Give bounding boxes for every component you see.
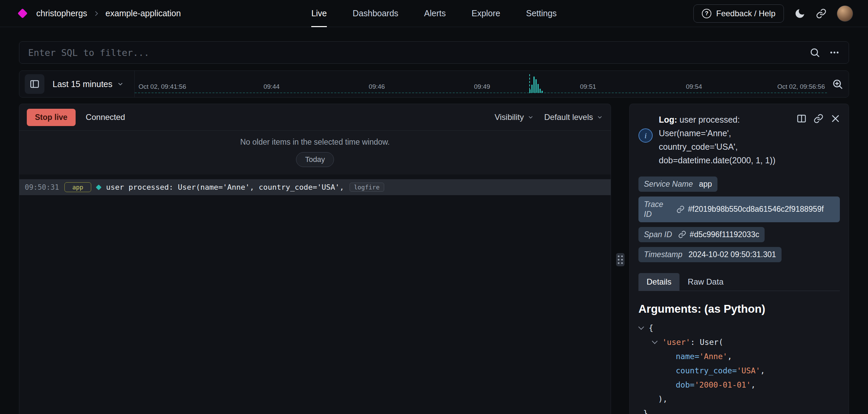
breadcrumb-project[interactable]: example-application xyxy=(105,8,181,18)
time-range-bar: Last 15 minutes Oct 02, 09:41:56 09:44 0… xyxy=(19,70,849,98)
tab-alerts[interactable]: Alerts xyxy=(424,0,446,27)
search-button[interactable] xyxy=(809,47,820,58)
arguments-mode-text: (as Python) xyxy=(704,303,765,315)
details-actions xyxy=(796,113,841,124)
today-button[interactable]: Today xyxy=(296,152,334,167)
timestamp-attribute: Timestamp 2024-10-02 09:50:31.301 xyxy=(638,247,782,262)
tab-settings-label: Settings xyxy=(526,8,557,18)
code-line: { xyxy=(638,321,840,335)
collapse-caret-icon[interactable] xyxy=(652,338,658,344)
span-id-attribute[interactable]: Span ID #d5c996f11192033c xyxy=(638,227,765,242)
time-range-label: Last 15 minutes xyxy=(53,79,113,89)
link-icon xyxy=(813,113,824,124)
feedback-help-label: Feedback / Help xyxy=(716,9,775,18)
copy-link-button[interactable] xyxy=(813,113,824,124)
connection-status: Connected xyxy=(86,112,125,122)
timestamp-label: Timestamp xyxy=(644,250,683,259)
log-message: user processed: User(name='Anne', countr… xyxy=(106,183,344,191)
log-row[interactable]: 09:50:31 app user processed: User(name='… xyxy=(19,179,611,195)
code-token: { xyxy=(649,324,653,332)
split-panel-icon xyxy=(796,113,807,124)
sidebar-icon xyxy=(29,79,40,89)
feedback-help-button[interactable]: ? Feedback / Help xyxy=(693,4,784,23)
service-tag: app xyxy=(64,182,91,192)
code-token: : User( xyxy=(690,338,723,347)
moon-icon xyxy=(794,8,806,19)
tab-details[interactable]: Details xyxy=(638,273,679,291)
code-key: 'user' xyxy=(662,338,690,347)
details-title-prefix: Log: xyxy=(659,115,677,124)
tab-explore[interactable]: Explore xyxy=(472,0,500,27)
timeline-tick: 09:54 xyxy=(686,83,702,90)
panel-resizer xyxy=(611,104,629,414)
resize-grip-handle[interactable] xyxy=(616,253,625,266)
close-details-button[interactable] xyxy=(830,113,841,124)
tab-dashboards[interactable]: Dashboards xyxy=(353,0,398,27)
activity-histogram xyxy=(529,77,543,93)
code-line: dob='2000-01-01', xyxy=(638,378,840,392)
service-name-value: app xyxy=(699,180,712,189)
main-content: Stop live Connected Visibility Default l… xyxy=(19,104,849,414)
info-level-icon: i xyxy=(638,128,653,143)
tab-settings[interactable]: Settings xyxy=(526,0,557,27)
code-identifier: country_code= xyxy=(676,366,737,375)
code-line: country_code='USA', xyxy=(638,364,840,378)
service-name-attribute: Service Name app xyxy=(638,177,717,192)
filter-more-button[interactable] xyxy=(829,47,840,58)
breadcrumb-org[interactable]: christophergs xyxy=(36,8,87,18)
tab-alerts-label: Alerts xyxy=(424,8,446,18)
sql-filter-input[interactable] xyxy=(28,47,801,58)
chevron-right-icon xyxy=(93,10,100,17)
details-attributes: Service Name app Trace ID #f2019b98b550c… xyxy=(638,177,840,262)
nav-right-actions: ? Feedback / Help xyxy=(693,4,853,23)
tab-live-label: Live xyxy=(311,8,327,18)
visibility-dropdown[interactable]: Visibility xyxy=(495,112,534,122)
stop-live-button[interactable]: Stop live xyxy=(27,109,76,126)
open-split-view-button[interactable] xyxy=(796,113,807,124)
trace-id-attribute[interactable]: Trace ID #f2019b98b550cd8a61546c2f918895… xyxy=(638,196,840,222)
search-icon xyxy=(809,47,820,58)
tab-dashboards-label: Dashboards xyxy=(353,8,398,18)
user-avatar[interactable] xyxy=(837,5,853,22)
timeline-tick: Oct 02, 09:41:56 xyxy=(139,83,186,90)
code-string: 'USA' xyxy=(737,366,760,375)
timeline-tick: 09:51 xyxy=(580,83,596,90)
details-title: Log: user processed: User(name='Anne', c… xyxy=(659,113,796,167)
arguments-heading-text: Arguments: xyxy=(638,303,701,315)
timeline-tick: 09:44 xyxy=(263,83,280,90)
log-list: No older items in the selected time wind… xyxy=(19,130,611,414)
trace-id-value[interactable]: #f2019b98b550cd8a61546c2f9188959f xyxy=(688,205,824,214)
zoom-in-icon xyxy=(832,78,843,90)
logfire-logo-icon[interactable] xyxy=(18,8,28,19)
link-icon xyxy=(816,8,827,19)
service-name-label: Service Name xyxy=(644,180,693,189)
tab-live[interactable]: Live xyxy=(311,0,327,27)
chevron-down-icon xyxy=(596,114,603,121)
share-link-button[interactable] xyxy=(816,8,827,19)
live-panel-header: Stop live Connected Visibility Default l… xyxy=(19,104,611,130)
log-level-diamond-icon xyxy=(96,184,101,190)
collapse-caret-icon[interactable] xyxy=(638,324,644,330)
link-icon xyxy=(676,205,685,213)
link-icon xyxy=(678,230,686,239)
dark-mode-toggle[interactable] xyxy=(794,8,806,19)
visibility-label: Visibility xyxy=(495,112,524,122)
timeline-zoom-button[interactable] xyxy=(832,78,843,90)
code-token: } xyxy=(643,409,648,414)
timeline-tick: 09:49 xyxy=(474,83,490,90)
span-id-value[interactable]: #d5c996f11192033c xyxy=(690,230,759,239)
log-list-notice-zone: No older items in the selected time wind… xyxy=(19,131,611,174)
trace-id-label: Trace ID xyxy=(644,200,670,219)
code-line: } xyxy=(638,406,840,414)
default-levels-dropdown[interactable]: Default levels xyxy=(544,112,603,122)
time-range-selector[interactable]: Last 15 minutes xyxy=(44,79,134,89)
span-id-label: Span ID xyxy=(644,230,672,239)
live-log-panel: Stop live Connected Visibility Default l… xyxy=(19,104,611,414)
arguments-code-block: { 'user': User( name='Anne', country_cod… xyxy=(638,321,840,414)
code-token: , xyxy=(760,366,765,375)
code-line: name='Anne', xyxy=(638,349,840,364)
activity-timeline[interactable]: Oct 02, 09:41:56 09:44 09:46 09:49 09:51… xyxy=(134,71,827,97)
sidebar-toggle-button[interactable] xyxy=(25,74,44,94)
arguments-heading: Arguments: (as Python) xyxy=(638,303,840,315)
tab-raw-data[interactable]: Raw Data xyxy=(679,273,731,291)
